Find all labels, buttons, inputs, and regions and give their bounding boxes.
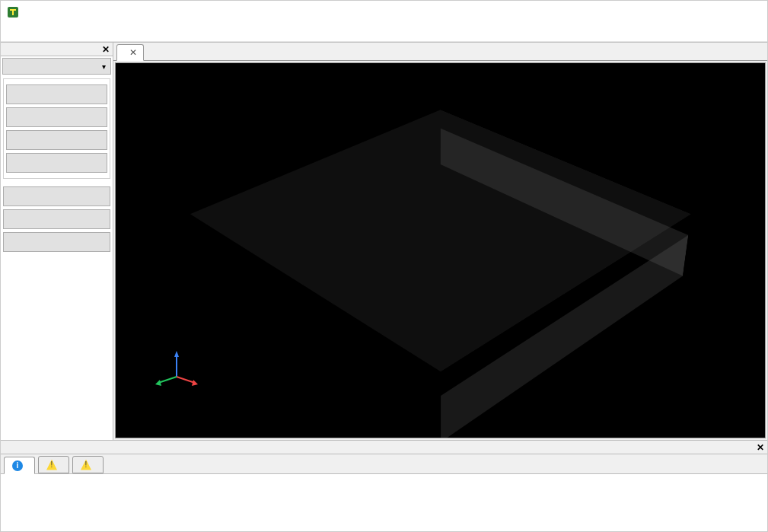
menu-python[interactable] xyxy=(106,30,121,35)
menu-rendering[interactable] xyxy=(89,30,104,35)
log-tabstrip: i ! ! xyxy=(1,454,767,474)
3d-viewport[interactable] xyxy=(115,62,766,438)
empty-button[interactable] xyxy=(6,84,107,104)
controls-panel: ✕ ▾ xyxy=(1,43,113,440)
titlebar xyxy=(1,1,767,24)
python-console[interactable] xyxy=(1,474,767,531)
menu-domain[interactable] xyxy=(72,30,88,35)
svg-marker-4 xyxy=(192,380,198,386)
close-button[interactable] xyxy=(727,1,761,24)
action-group xyxy=(3,183,110,255)
svg-line-3 xyxy=(177,377,195,383)
rotate-button[interactable] xyxy=(3,232,110,252)
svg-marker-2 xyxy=(174,351,179,357)
info-icon: i xyxy=(12,460,23,471)
window-buttons xyxy=(658,1,761,24)
log-close-icon[interactable]: ✕ xyxy=(757,442,764,453)
tab-texgen-output[interactable]: ! xyxy=(72,456,104,473)
view-area: ✕ xyxy=(113,43,767,440)
menu-modeller[interactable] xyxy=(56,30,71,35)
menu-tools[interactable] xyxy=(123,30,138,35)
menu-file[interactable] xyxy=(5,30,21,35)
scene xyxy=(116,63,765,438)
tab-layered-textile[interactable]: ✕ xyxy=(116,44,144,61)
3d-weave-button[interactable] xyxy=(6,130,107,150)
textile-top-face xyxy=(190,110,690,372)
tab-python-output[interactable]: ! xyxy=(38,456,69,473)
minimize-button[interactable] xyxy=(658,1,693,24)
weave-button[interactable] xyxy=(6,107,107,127)
menu-window[interactable] xyxy=(22,30,37,35)
delete-button[interactable] xyxy=(3,209,110,229)
tab-python-console[interactable]: i xyxy=(4,457,35,474)
controls-close-icon[interactable]: ✕ xyxy=(102,44,110,55)
textiles-dropdown[interactable]: ▾ xyxy=(2,58,111,75)
layered-button[interactable] xyxy=(6,153,107,173)
app-icon xyxy=(7,6,19,18)
menubar xyxy=(1,24,767,42)
menu-help[interactable] xyxy=(156,30,171,35)
main-area: ✕ ▾ ✕ xyxy=(1,42,767,440)
document-tabstrip: ✕ xyxy=(113,43,767,61)
menu-options[interactable] xyxy=(139,30,155,35)
menu-textiles[interactable] xyxy=(39,30,54,35)
controls-header: ✕ xyxy=(1,43,113,56)
maximize-button[interactable] xyxy=(693,1,727,24)
edit-button[interactable] xyxy=(3,186,110,206)
svg-marker-6 xyxy=(155,380,161,386)
chevron-down-icon: ▾ xyxy=(102,62,106,71)
orientation-triad-icon xyxy=(154,346,199,392)
warning-icon: ! xyxy=(81,460,91,470)
svg-line-5 xyxy=(158,377,177,383)
log-header: ✕ xyxy=(1,441,767,454)
create-group xyxy=(3,78,110,179)
warning-icon: ! xyxy=(46,460,57,470)
tab-close-icon[interactable]: ✕ xyxy=(129,47,137,58)
log-window: ✕ i ! ! xyxy=(1,440,767,531)
